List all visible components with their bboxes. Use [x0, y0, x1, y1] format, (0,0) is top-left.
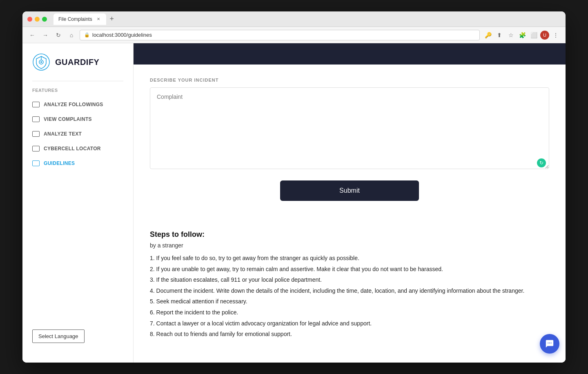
sidebar-item-analyze-text[interactable]: ANALYZE TEXT — [27, 127, 128, 141]
step-item-4: 4. Document the incident. Write down the… — [150, 285, 549, 296]
bookmark-icon[interactable]: ☆ — [506, 30, 516, 40]
profile-icon[interactable]: U — [540, 31, 549, 40]
sidebar-item-cybercell-locator[interactable]: CYBERCELL LOCATOR — [27, 142, 128, 156]
toolbar-actions: 🔑 ⬆ ☆ 🧩 ⬜ U ⋮ — [483, 30, 561, 40]
sidebar-item-label-guidelines: GUIDELINES — [44, 160, 75, 166]
sidebar-item-label-analyze-followings: ANALYZE FOLLOWINGS — [44, 102, 103, 107]
split-view-icon[interactable]: ⬜ — [529, 30, 539, 40]
sidebar-item-label-view-complaints: VIEW COMPLAINTS — [44, 116, 92, 122]
home-button[interactable]: ⌂ — [67, 30, 76, 40]
step-item-3: 3. If the situation escalates, call 911 … — [150, 274, 549, 285]
features-label: FEATURES — [22, 88, 133, 98]
address-bar[interactable]: 🔒 localhost:3000/guidelines — [80, 30, 480, 40]
svg-point-2 — [40, 61, 42, 63]
url-display: localhost:3000/guidelines — [92, 32, 152, 38]
logo-text: GUARDIFY — [55, 58, 99, 67]
browser-titlebar: File Complaints ✕ + — [22, 11, 566, 27]
share-icon[interactable]: ⬆ — [494, 30, 504, 40]
step-item-6: 6. Report the incident to the police. — [150, 307, 549, 318]
content-body: DESCRIBE YOUR INCIDENT ↻ Submit — [134, 65, 566, 230]
step-item-8: 8. Reach out to friends and family for e… — [150, 329, 549, 340]
chat-fab-button[interactable] — [540, 334, 559, 354]
traffic-lights — [27, 17, 47, 22]
browser-window: File Complaints ✕ + ← → ↻ ⌂ 🔒 localhost:… — [22, 11, 566, 363]
back-button[interactable]: ← — [27, 30, 37, 40]
monitor-icon-view-complaints — [32, 116, 40, 122]
sidebar-item-label-cybercell: CYBERCELL LOCATOR — [44, 146, 101, 151]
tab-title: File Complaints — [58, 16, 92, 22]
logo-area: GUARDIFY — [22, 53, 133, 81]
sidebar-item-analyze-followings[interactable]: ANALYZE FOLLOWINGS — [27, 98, 128, 111]
textarea-wrapper: ↻ — [150, 87, 549, 171]
refresh-icon[interactable]: ↻ — [537, 158, 546, 167]
traffic-light-red[interactable] — [27, 17, 32, 22]
logo-icon — [32, 53, 50, 71]
steps-list: 1. If you feel safe to do so, try to get… — [150, 253, 549, 340]
active-tab[interactable]: File Complaints ✕ — [53, 13, 106, 25]
complaint-textarea[interactable] — [150, 87, 549, 169]
step-item-2: 2. If you are unable to get away, try to… — [150, 264, 549, 275]
main-content: DESCRIBE YOUR INCIDENT ↻ Submit Steps to… — [134, 43, 566, 363]
new-tab-button[interactable]: + — [106, 13, 118, 25]
sidebar-item-view-complaints[interactable]: VIEW COMPLAINTS — [27, 112, 128, 126]
monitor-icon-cybercell — [32, 146, 40, 151]
menu-icon[interactable]: ⋮ — [551, 30, 561, 40]
extensions-icon[interactable]: 🧩 — [517, 30, 527, 40]
monitor-icon-guidelines — [32, 160, 40, 166]
sidebar-item-guidelines[interactable]: GUIDELINES — [27, 156, 128, 170]
guidelines-section: Steps to follow: by a stranger 1. If you… — [134, 230, 566, 356]
monitor-icon-analyze-followings — [32, 102, 40, 107]
browser-toolbar: ← → ↻ ⌂ 🔒 localhost:3000/guidelines 🔑 ⬆ … — [22, 27, 566, 43]
by-stranger-text: by a stranger — [150, 242, 549, 249]
reload-button[interactable]: ↻ — [53, 30, 63, 40]
select-language-button[interactable]: Select Language — [32, 329, 85, 343]
traffic-light-green[interactable] — [42, 17, 47, 22]
chat-fab-icon — [545, 339, 554, 348]
describe-incident-label: DESCRIBE YOUR INCIDENT — [150, 78, 549, 82]
monitor-icon-analyze-text — [32, 131, 40, 137]
traffic-light-yellow[interactable] — [35, 17, 40, 22]
sidebar: GUARDIFY FEATURES ANALYZE FOLLOWINGS VIE… — [22, 43, 134, 363]
tab-close-button[interactable]: ✕ — [96, 16, 101, 22]
submit-button[interactable]: Submit — [280, 180, 419, 201]
forward-button[interactable]: → — [40, 30, 50, 40]
tab-bar: File Complaints ✕ + — [53, 13, 549, 25]
step-item-1: 1. If you feel safe to do so, try to get… — [150, 253, 549, 264]
steps-title: Steps to follow: — [150, 230, 549, 239]
nav-items: ANALYZE FOLLOWINGS VIEW COMPLAINTS ANALY… — [22, 98, 133, 170]
key-icon[interactable]: 🔑 — [483, 30, 493, 40]
app-container: GUARDIFY FEATURES ANALYZE FOLLOWINGS VIE… — [22, 43, 566, 363]
step-item-5: 5. Seek medical attention if necessary. — [150, 296, 549, 307]
sidebar-divider — [32, 81, 123, 81]
sidebar-item-label-analyze-text: ANALYZE TEXT — [44, 131, 82, 137]
sidebar-bottom: Select Language — [22, 320, 133, 353]
dark-header — [134, 43, 566, 65]
step-item-7: 7. Contact a lawyer or a local victim ad… — [150, 318, 549, 329]
